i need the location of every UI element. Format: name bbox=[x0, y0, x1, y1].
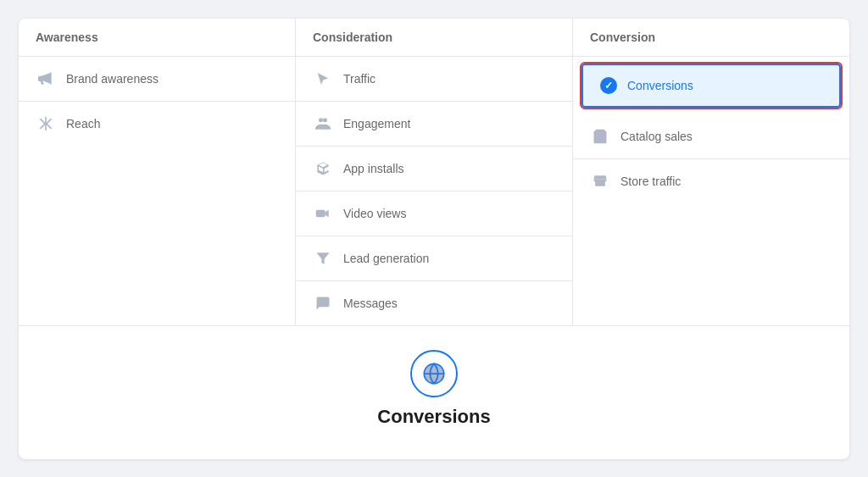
consideration-column: Consideration Traffic Engagement bbox=[296, 19, 573, 325]
conversions-label: Conversions bbox=[627, 79, 693, 92]
app-installs-option[interactable]: App installs bbox=[296, 147, 572, 191]
conversion-header: Conversion bbox=[573, 19, 849, 57]
campaign-objective-selector: Awareness Brand awareness Reach Consider… bbox=[19, 19, 849, 459]
awareness-column: Awareness Brand awareness Reach bbox=[19, 19, 296, 325]
conversion-column: Conversion Conversions Catalog sales bbox=[573, 19, 849, 325]
lead-generation-label: Lead generation bbox=[343, 252, 429, 265]
people-icon bbox=[313, 114, 333, 134]
filter-icon bbox=[313, 248, 333, 269]
messages-option[interactable]: Messages bbox=[296, 281, 572, 325]
cursor-icon bbox=[313, 69, 333, 89]
globe-icon-wrap bbox=[410, 350, 458, 397]
reach-option[interactable]: Reach bbox=[19, 102, 295, 146]
brand-awareness-option[interactable]: Brand awareness bbox=[19, 57, 295, 102]
store-icon bbox=[590, 171, 610, 191]
video-views-option[interactable]: Video views bbox=[296, 191, 572, 236]
svg-point-1 bbox=[323, 118, 327, 122]
store-traffic-label: Store traffic bbox=[620, 175, 681, 188]
engagement-option[interactable]: Engagement bbox=[296, 102, 572, 147]
traffic-option[interactable]: Traffic bbox=[296, 57, 572, 102]
catalog-sales-option[interactable]: Catalog sales bbox=[573, 114, 849, 159]
svg-point-0 bbox=[319, 118, 323, 122]
traffic-label: Traffic bbox=[343, 72, 376, 86]
brand-awareness-label: Brand awareness bbox=[66, 72, 159, 86]
reach-label: Reach bbox=[66, 117, 100, 130]
messages-label: Messages bbox=[343, 297, 398, 310]
conversions-option[interactable]: Conversions bbox=[581, 64, 841, 108]
video-views-label: Video views bbox=[343, 207, 406, 220]
app-installs-label: App installs bbox=[343, 162, 404, 175]
lead-generation-option[interactable]: Lead generation bbox=[296, 236, 572, 281]
chat-icon bbox=[313, 293, 333, 313]
cart-icon bbox=[590, 126, 610, 147]
store-traffic-option[interactable]: Store traffic bbox=[573, 159, 849, 203]
video-icon bbox=[313, 203, 333, 224]
engagement-label: Engagement bbox=[343, 117, 410, 130]
awareness-header: Awareness bbox=[19, 19, 295, 57]
objective-grid: Awareness Brand awareness Reach Consider… bbox=[19, 19, 849, 326]
selected-objective-section: Conversions bbox=[19, 326, 849, 445]
asterisk-icon bbox=[36, 114, 56, 134]
box-icon bbox=[313, 158, 333, 179]
svg-rect-2 bbox=[316, 209, 326, 216]
megaphone-icon bbox=[36, 69, 56, 89]
catalog-sales-label: Catalog sales bbox=[620, 130, 693, 143]
consideration-header: Consideration bbox=[296, 19, 572, 57]
check-circle-icon bbox=[600, 77, 617, 94]
selected-objective-title: Conversions bbox=[377, 406, 490, 428]
